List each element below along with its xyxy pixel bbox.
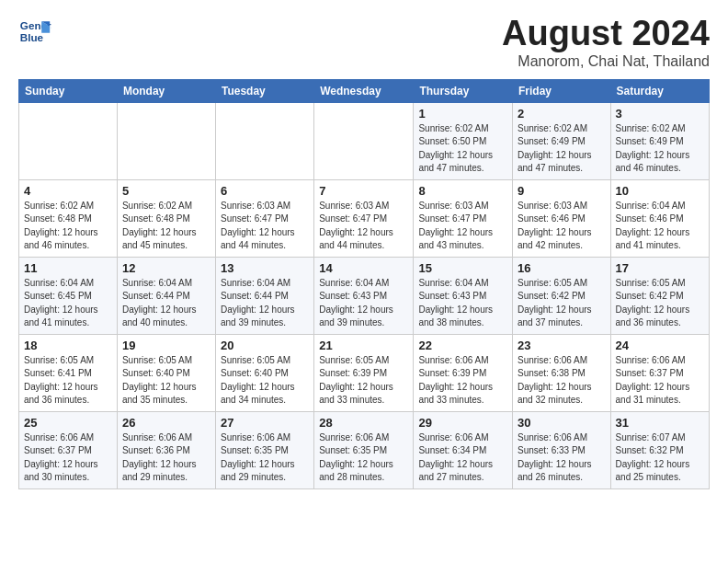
day-number: 14 bbox=[319, 261, 408, 275]
calendar-week-row: 1Sunrise: 6:02 AM Sunset: 6:50 PM Daylig… bbox=[19, 102, 710, 179]
day-number: 11 bbox=[24, 261, 112, 275]
calendar-cell: 16Sunrise: 6:05 AM Sunset: 6:42 PM Dayli… bbox=[512, 257, 610, 334]
day-number: 21 bbox=[319, 339, 408, 352]
day-info: Sunrise: 6:04 AM Sunset: 6:43 PM Dayligh… bbox=[418, 277, 507, 330]
day-info: Sunrise: 6:05 AM Sunset: 6:42 PM Dayligh… bbox=[518, 277, 606, 330]
day-number: 12 bbox=[122, 261, 210, 275]
logo-icon: General Blue bbox=[18, 15, 51, 48]
calendar-cell: 9Sunrise: 6:03 AM Sunset: 6:46 PM Daylig… bbox=[512, 179, 610, 257]
day-number: 13 bbox=[221, 261, 309, 275]
day-number: 22 bbox=[418, 339, 507, 352]
calendar-cell: 2Sunrise: 6:02 AM Sunset: 6:49 PM Daylig… bbox=[512, 102, 610, 179]
day-number: 28 bbox=[319, 416, 408, 430]
calendar-cell: 18Sunrise: 6:05 AM Sunset: 6:41 PM Dayli… bbox=[19, 334, 118, 411]
calendar-cell: 1Sunrise: 6:02 AM Sunset: 6:50 PM Daylig… bbox=[414, 102, 513, 179]
day-header-wednesday: Wednesday bbox=[314, 79, 414, 102]
calendar-cell: 24Sunrise: 6:06 AM Sunset: 6:37 PM Dayli… bbox=[610, 334, 709, 411]
day-info: Sunrise: 6:04 AM Sunset: 6:45 PM Dayligh… bbox=[24, 277, 112, 330]
day-number: 6 bbox=[221, 184, 309, 198]
day-info: Sunrise: 6:06 AM Sunset: 6:39 PM Dayligh… bbox=[418, 354, 507, 408]
calendar-cell bbox=[19, 102, 118, 179]
day-info: Sunrise: 6:04 AM Sunset: 6:44 PM Dayligh… bbox=[221, 277, 309, 330]
calendar-cell bbox=[117, 102, 215, 179]
day-number: 19 bbox=[122, 339, 210, 352]
day-number: 7 bbox=[319, 184, 408, 198]
sub-title: Manorom, Chai Nat, Thailand bbox=[502, 53, 710, 70]
calendar-body: 1Sunrise: 6:02 AM Sunset: 6:50 PM Daylig… bbox=[19, 102, 710, 488]
day-info: Sunrise: 6:04 AM Sunset: 6:43 PM Dayligh… bbox=[319, 277, 408, 330]
day-number: 10 bbox=[616, 184, 704, 198]
day-info: Sunrise: 6:02 AM Sunset: 6:49 PM Dayligh… bbox=[518, 122, 606, 176]
day-info: Sunrise: 6:05 AM Sunset: 6:40 PM Dayligh… bbox=[122, 354, 210, 408]
day-info: Sunrise: 6:06 AM Sunset: 6:33 PM Dayligh… bbox=[518, 431, 606, 485]
day-number: 1 bbox=[418, 107, 507, 121]
calendar-cell: 7Sunrise: 6:03 AM Sunset: 6:47 PM Daylig… bbox=[314, 179, 414, 257]
calendar-cell: 15Sunrise: 6:04 AM Sunset: 6:43 PM Dayli… bbox=[414, 257, 513, 334]
day-info: Sunrise: 6:02 AM Sunset: 6:48 PM Dayligh… bbox=[24, 200, 112, 253]
calendar-cell: 4Sunrise: 6:02 AM Sunset: 6:48 PM Daylig… bbox=[19, 179, 118, 257]
day-info: Sunrise: 6:07 AM Sunset: 6:32 PM Dayligh… bbox=[616, 431, 704, 485]
day-number: 8 bbox=[418, 184, 507, 198]
day-number: 30 bbox=[518, 416, 606, 430]
day-number: 27 bbox=[221, 416, 309, 430]
day-info: Sunrise: 6:06 AM Sunset: 6:35 PM Dayligh… bbox=[221, 431, 309, 485]
day-number: 3 bbox=[616, 107, 704, 121]
day-header-monday: Monday bbox=[117, 79, 215, 102]
logo: General Blue bbox=[18, 15, 51, 48]
main-title: August 2024 bbox=[502, 15, 710, 53]
day-header-sunday: Sunday bbox=[19, 79, 118, 102]
day-info: Sunrise: 6:02 AM Sunset: 6:49 PM Dayligh… bbox=[616, 122, 704, 176]
day-number: 15 bbox=[418, 261, 507, 275]
calendar-cell: 13Sunrise: 6:04 AM Sunset: 6:44 PM Dayli… bbox=[215, 257, 313, 334]
calendar-week-row: 4Sunrise: 6:02 AM Sunset: 6:48 PM Daylig… bbox=[19, 179, 710, 257]
day-info: Sunrise: 6:03 AM Sunset: 6:47 PM Dayligh… bbox=[319, 200, 408, 253]
day-info: Sunrise: 6:05 AM Sunset: 6:39 PM Dayligh… bbox=[319, 354, 408, 408]
calendar-cell: 29Sunrise: 6:06 AM Sunset: 6:34 PM Dayli… bbox=[414, 411, 513, 488]
day-info: Sunrise: 6:06 AM Sunset: 6:34 PM Dayligh… bbox=[418, 431, 507, 485]
calendar-cell: 3Sunrise: 6:02 AM Sunset: 6:49 PM Daylig… bbox=[610, 102, 709, 179]
calendar-cell bbox=[215, 102, 313, 179]
day-number: 29 bbox=[418, 416, 507, 430]
calendar-header-row: SundayMondayTuesdayWednesdayThursdayFrid… bbox=[19, 79, 710, 102]
day-header-thursday: Thursday bbox=[414, 79, 513, 102]
calendar-cell: 11Sunrise: 6:04 AM Sunset: 6:45 PM Dayli… bbox=[19, 257, 118, 334]
day-info: Sunrise: 6:06 AM Sunset: 6:37 PM Dayligh… bbox=[616, 354, 704, 408]
calendar-cell bbox=[314, 102, 414, 179]
day-info: Sunrise: 6:06 AM Sunset: 6:37 PM Dayligh… bbox=[24, 431, 112, 485]
calendar-cell: 26Sunrise: 6:06 AM Sunset: 6:36 PM Dayli… bbox=[117, 411, 215, 488]
calendar-table: SundayMondayTuesdayWednesdayThursdayFrid… bbox=[18, 79, 710, 489]
day-number: 17 bbox=[616, 261, 704, 275]
calendar-cell: 14Sunrise: 6:04 AM Sunset: 6:43 PM Dayli… bbox=[314, 257, 414, 334]
day-info: Sunrise: 6:03 AM Sunset: 6:46 PM Dayligh… bbox=[518, 200, 606, 253]
calendar-cell: 5Sunrise: 6:02 AM Sunset: 6:48 PM Daylig… bbox=[117, 179, 215, 257]
day-info: Sunrise: 6:05 AM Sunset: 6:42 PM Dayligh… bbox=[616, 277, 704, 330]
day-header-friday: Friday bbox=[512, 79, 610, 102]
calendar-week-row: 25Sunrise: 6:06 AM Sunset: 6:37 PM Dayli… bbox=[19, 411, 710, 488]
calendar-cell: 30Sunrise: 6:06 AM Sunset: 6:33 PM Dayli… bbox=[512, 411, 610, 488]
calendar-cell: 8Sunrise: 6:03 AM Sunset: 6:47 PM Daylig… bbox=[414, 179, 513, 257]
calendar-cell: 6Sunrise: 6:03 AM Sunset: 6:47 PM Daylig… bbox=[215, 179, 313, 257]
calendar-week-row: 11Sunrise: 6:04 AM Sunset: 6:45 PM Dayli… bbox=[19, 257, 710, 334]
calendar-cell: 27Sunrise: 6:06 AM Sunset: 6:35 PM Dayli… bbox=[215, 411, 313, 488]
day-number: 5 bbox=[122, 184, 210, 198]
day-number: 4 bbox=[24, 184, 112, 198]
day-number: 20 bbox=[221, 339, 309, 352]
day-number: 23 bbox=[518, 339, 606, 352]
day-info: Sunrise: 6:03 AM Sunset: 6:47 PM Dayligh… bbox=[418, 200, 507, 253]
day-number: 2 bbox=[518, 107, 606, 121]
title-block: August 2024 Manorom, Chai Nat, Thailand bbox=[502, 15, 710, 70]
day-info: Sunrise: 6:06 AM Sunset: 6:35 PM Dayligh… bbox=[319, 431, 408, 485]
day-info: Sunrise: 6:05 AM Sunset: 6:41 PM Dayligh… bbox=[24, 354, 112, 408]
day-info: Sunrise: 6:03 AM Sunset: 6:47 PM Dayligh… bbox=[221, 200, 309, 253]
day-header-tuesday: Tuesday bbox=[215, 79, 313, 102]
calendar-cell: 20Sunrise: 6:05 AM Sunset: 6:40 PM Dayli… bbox=[215, 334, 313, 411]
calendar-cell: 31Sunrise: 6:07 AM Sunset: 6:32 PM Dayli… bbox=[610, 411, 709, 488]
calendar-cell: 17Sunrise: 6:05 AM Sunset: 6:42 PM Dayli… bbox=[610, 257, 709, 334]
day-number: 9 bbox=[518, 184, 606, 198]
svg-text:Blue: Blue bbox=[20, 31, 44, 43]
calendar-cell: 12Sunrise: 6:04 AM Sunset: 6:44 PM Dayli… bbox=[117, 257, 215, 334]
calendar-cell: 10Sunrise: 6:04 AM Sunset: 6:46 PM Dayli… bbox=[610, 179, 709, 257]
day-info: Sunrise: 6:02 AM Sunset: 6:48 PM Dayligh… bbox=[122, 200, 210, 253]
day-info: Sunrise: 6:06 AM Sunset: 6:38 PM Dayligh… bbox=[518, 354, 606, 408]
day-number: 26 bbox=[122, 416, 210, 430]
